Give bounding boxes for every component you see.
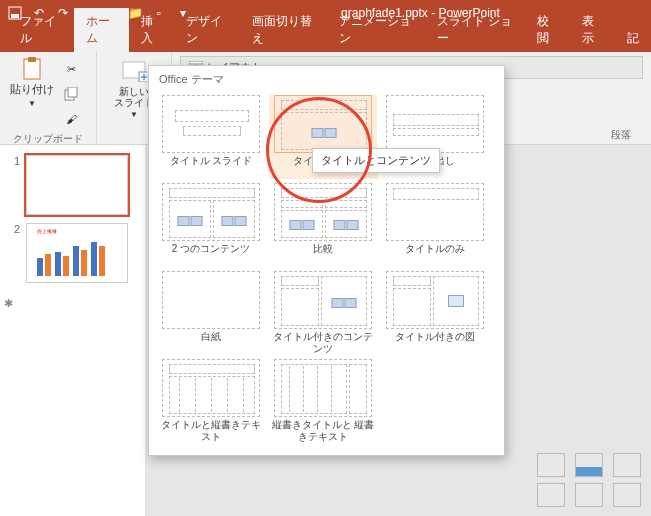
- layout-option-blank[interactable]: 白紙: [157, 271, 265, 355]
- layout-option-label: タイトルと縦書きテキスト: [157, 419, 265, 443]
- tab-review[interactable]: 校閲: [525, 8, 570, 52]
- slide-number: 2: [6, 223, 20, 283]
- chart-icon[interactable]: [575, 453, 603, 477]
- tab-file[interactable]: ファイル: [8, 8, 74, 52]
- layout-option-label: 白紙: [201, 331, 221, 355]
- table-icon[interactable]: [537, 453, 565, 477]
- clipboard-icon: [21, 58, 43, 80]
- online-picture-icon[interactable]: [575, 483, 603, 507]
- slide-thumbnail-panel: 1 2 ✱ 売上推移: [0, 145, 146, 516]
- layout-option-label: タイトル付きの図: [395, 331, 475, 355]
- layout-option-label: 比較: [313, 243, 333, 267]
- layout-option-label: 2 つのコンテンツ: [172, 243, 250, 267]
- smartart-icon[interactable]: [613, 453, 641, 477]
- tab-home[interactable]: ホーム: [74, 8, 129, 52]
- gallery-header: Office テーマ: [149, 66, 504, 93]
- svg-rect-5: [68, 87, 77, 97]
- slide-thumbnail-1[interactable]: [26, 155, 128, 215]
- tooltip-prefix: タイトルとコンテンツ: [321, 154, 431, 166]
- layout-option-vtext[interactable]: タイトルと縦書きテキスト: [157, 359, 265, 443]
- tab-transitions[interactable]: 画面切り替え: [240, 8, 327, 52]
- tab-view[interactable]: 表示: [570, 8, 615, 52]
- tooltip: タイトルとコンテンツ: [312, 148, 440, 173]
- layout-gallery: Office テーマ タイトル スライドタイトルとコン見出し2 つのコンテンツ比…: [148, 65, 505, 456]
- tab-insert[interactable]: 挿入: [129, 8, 174, 52]
- layout-option-label: タイトル スライド: [170, 155, 253, 179]
- clipboard-group-label: クリップボード: [8, 130, 88, 146]
- new-slide-icon: [121, 58, 147, 84]
- tab-design[interactable]: デザイン: [174, 8, 240, 52]
- slide-thumbnail-2[interactable]: 売上推移: [26, 223, 128, 283]
- tab-slideshow[interactable]: スライド ショー: [425, 8, 525, 52]
- chevron-down-icon: ▼: [28, 99, 36, 108]
- layout-option-two[interactable]: 2 つのコンテンツ: [157, 183, 265, 267]
- cut-icon[interactable]: ✂: [60, 58, 82, 80]
- paste-button[interactable]: 貼り付け ▼: [8, 56, 56, 130]
- tab-animations[interactable]: アニメーション: [327, 8, 424, 52]
- paragraph-group-label: 段落: [611, 128, 631, 142]
- slide-number: 1: [6, 155, 20, 215]
- layout-option-vtv[interactable]: 縦書きタイトルと 縦書きテキスト: [269, 359, 377, 443]
- layout-option-label: 縦書きタイトルと 縦書きテキスト: [269, 419, 377, 443]
- ribbon-tabs: ファイル ホーム 挿入 デザイン 画面切り替え アニメーション スライド ショー…: [0, 26, 651, 52]
- svg-rect-3: [28, 57, 36, 62]
- animation-indicator-icon: ✱: [4, 297, 13, 310]
- layout-option-label: タイトル付きのコンテンツ: [269, 331, 377, 355]
- layout-option-cap-pic[interactable]: タイトル付きの図: [381, 271, 489, 355]
- layout-option-title[interactable]: タイトル スライド: [157, 95, 265, 179]
- format-painter-icon[interactable]: 🖌: [60, 108, 82, 130]
- chevron-down-icon: ▼: [130, 110, 138, 119]
- layout-option-titleonly[interactable]: タイトルのみ: [381, 183, 489, 267]
- tab-more[interactable]: 記: [615, 25, 651, 52]
- video-icon[interactable]: [613, 483, 641, 507]
- copy-icon[interactable]: [60, 83, 82, 105]
- insert-shortcut-icons: [537, 453, 641, 507]
- picture-icon[interactable]: [537, 483, 565, 507]
- paste-label: 貼り付け: [10, 82, 54, 97]
- layout-option-compare[interactable]: 比較: [269, 183, 377, 267]
- layout-option-cap-content[interactable]: タイトル付きのコンテンツ: [269, 271, 377, 355]
- layout-option-label: タイトルのみ: [405, 243, 465, 267]
